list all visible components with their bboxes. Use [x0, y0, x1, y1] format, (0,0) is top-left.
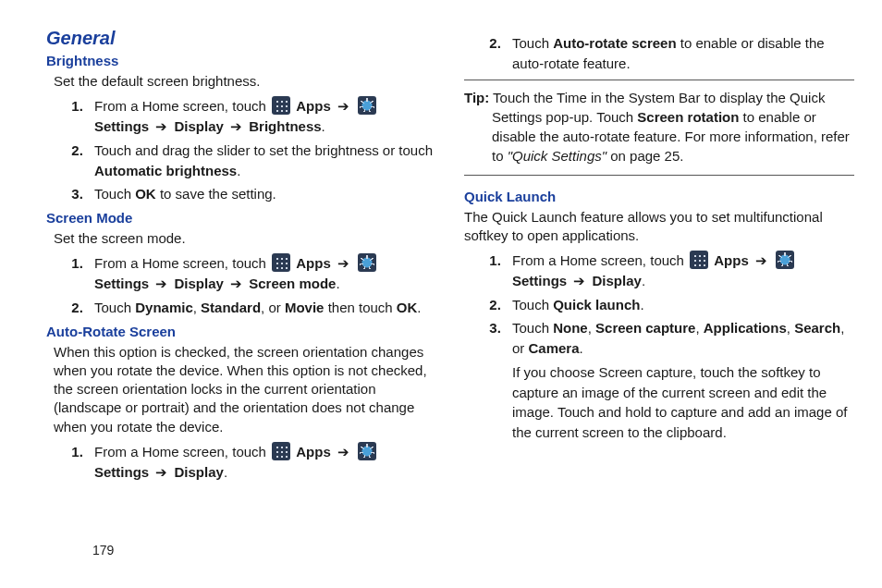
- text: Touch and drag the slider to set the bri…: [94, 142, 433, 158]
- settings-icon: [358, 442, 376, 460]
- settings-icon: [358, 96, 376, 115]
- step: From a Home screen, touch Apps ➔ Setting…: [87, 253, 436, 294]
- apps-icon: [690, 251, 708, 269]
- label-display: Display: [593, 273, 642, 288]
- text: to save the setting.: [160, 186, 276, 202]
- text: Touch: [94, 186, 135, 202]
- step: From a Home screen, touch Apps ➔ Setting…: [87, 96, 436, 137]
- label-settings: Settings: [94, 118, 149, 134]
- label: Search: [794, 320, 840, 336]
- label-settings: Settings: [512, 273, 567, 288]
- label: Camera: [529, 340, 580, 356]
- label-apps: Apps: [296, 98, 331, 114]
- step: From a Home screen, touch Apps ➔ Setting…: [505, 251, 854, 291]
- left-column: General Brightness Set the default scree…: [46, 28, 436, 487]
- text: Touch: [512, 35, 553, 51]
- step: Touch Dynamic, Standard, or Movie then t…: [87, 298, 436, 318]
- arrow-icon: ➔: [230, 116, 242, 137]
- steps-brightness: From a Home screen, touch Apps ➔ Setting…: [65, 96, 436, 204]
- label: Quick launch: [553, 297, 640, 312]
- apps-icon: [272, 442, 290, 460]
- label: Dynamic: [135, 300, 193, 315]
- text: Touch: [512, 297, 553, 312]
- label: Screen capture: [595, 320, 695, 336]
- steps-auto-rotate: From a Home screen, touch Apps ➔ Setting…: [65, 442, 436, 483]
- label: OK: [135, 186, 156, 202]
- label: Screen rotation: [637, 109, 739, 125]
- label-display: Display: [175, 118, 224, 134]
- heading-quick-launch: Quick Launch: [464, 189, 854, 204]
- tip-label: Tip:: [464, 90, 489, 105]
- label-settings: Settings: [94, 276, 149, 291]
- step: Touch and drag the slider to set the bri…: [87, 141, 436, 181]
- label-settings: Settings: [94, 464, 149, 480]
- arrow-icon: ➔: [573, 271, 585, 291]
- label: Applications: [704, 320, 787, 336]
- step: Touch OK to save the setting.: [87, 184, 436, 204]
- label-display: Display: [175, 276, 224, 291]
- arrow-icon: ➔: [155, 462, 167, 483]
- label: Standard: [201, 300, 261, 315]
- intro-quick-launch: The Quick Launch feature allows you to s…: [464, 208, 854, 246]
- label-apps: Apps: [296, 255, 331, 271]
- text: then touch: [328, 300, 397, 315]
- label: Automatic brightness: [94, 163, 237, 178]
- step-sub: If you choose Screen capture, touch the …: [512, 362, 854, 443]
- text: From a Home screen, touch: [512, 252, 688, 268]
- arrow-icon: ➔: [337, 253, 349, 274]
- heading-general: General: [46, 28, 436, 49]
- step: From a Home screen, touch Apps ➔ Setting…: [87, 442, 436, 483]
- heading-screen-mode: Screen Mode: [46, 210, 436, 226]
- text: From a Home screen, touch: [94, 98, 270, 114]
- arrow-icon: ➔: [337, 442, 349, 462]
- tip-body: Tip: Touch the Time in the System Bar to…: [464, 88, 854, 165]
- apps-icon: [272, 96, 290, 115]
- settings-icon: [358, 253, 376, 272]
- step: Touch Quick launch.: [505, 295, 854, 315]
- apps-icon: [272, 253, 290, 272]
- intro-auto-rotate: When this option is checked, the screen …: [54, 343, 436, 436]
- right-column: Touch Auto-rotate screen to enable or di…: [464, 28, 854, 487]
- label: None: [553, 320, 588, 336]
- text: Touch: [94, 300, 135, 315]
- label-brightness: Brightness: [249, 118, 321, 134]
- manual-page: General Brightness Set the default scree…: [0, 0, 882, 496]
- label: Movie: [285, 300, 325, 315]
- arrow-icon: ➔: [755, 251, 767, 271]
- intro-brightness: Set the default screen brightness.: [54, 72, 436, 91]
- label-apps: Apps: [714, 252, 749, 268]
- page-number: 179: [92, 543, 114, 557]
- arrow-icon: ➔: [155, 274, 167, 294]
- arrow-icon: ➔: [337, 96, 349, 116]
- steps-screen-mode: From a Home screen, touch Apps ➔ Setting…: [65, 253, 436, 317]
- reference: "Quick Settings": [508, 148, 606, 164]
- heading-brightness: Brightness: [46, 53, 436, 68]
- label-display: Display: [175, 464, 224, 480]
- text: on page 25.: [606, 148, 683, 164]
- arrow-icon: ➔: [155, 116, 167, 137]
- label: Auto-rotate screen: [553, 35, 676, 51]
- label: OK: [397, 300, 418, 315]
- settings-icon: [776, 251, 794, 269]
- text: Touch: [512, 320, 553, 336]
- step: Touch None, Screen capture, Applications…: [505, 318, 854, 443]
- tip-box: Tip: Touch the Time in the System Bar to…: [464, 80, 854, 176]
- steps-quick-launch: From a Home screen, touch Apps ➔ Setting…: [483, 251, 854, 443]
- arrow-icon: ➔: [230, 274, 242, 294]
- text: From a Home screen, touch: [94, 255, 270, 271]
- step: Touch Auto-rotate screen to enable or di…: [505, 33, 854, 74]
- text: From a Home screen, touch: [94, 444, 270, 459]
- intro-screen-mode: Set the screen mode.: [54, 229, 436, 248]
- label-mode: Screen mode: [249, 276, 336, 291]
- label-apps: Apps: [296, 444, 331, 459]
- steps-auto-rotate-cont: Touch Auto-rotate screen to enable or di…: [483, 33, 854, 74]
- heading-auto-rotate: Auto-Rotate Screen: [46, 324, 436, 339]
